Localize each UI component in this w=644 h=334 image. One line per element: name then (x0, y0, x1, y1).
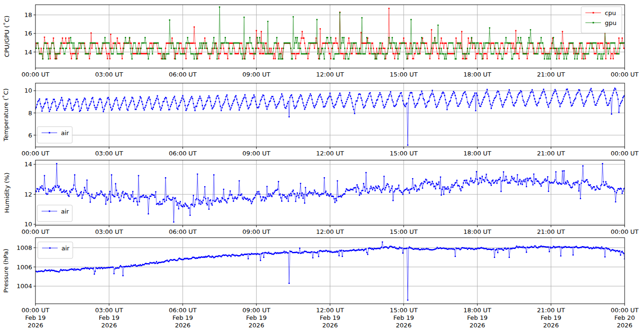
x-tick-label: 03:00 UT (95, 228, 123, 235)
legend-label: gpu (605, 19, 617, 26)
x-tick-label: 2026 (617, 322, 632, 329)
y-tick-label: 12 (24, 191, 32, 198)
x-tick-label: Feb 19 (467, 314, 488, 321)
y-tick-label: 18 (24, 11, 32, 18)
x-tick-label: 00:00 UT (610, 71, 638, 78)
legend-marker (49, 211, 50, 212)
x-tick-label: 00:00 UT (21, 228, 49, 235)
x-tick-label: 18:00 UT (464, 228, 491, 235)
x-tick-label: 18:00 UT (464, 71, 491, 78)
legend-label: air (61, 245, 70, 252)
legend-label: air (61, 129, 69, 137)
x-tick-label: Feb 19 (394, 314, 414, 321)
y-tick-label: 14 (24, 161, 32, 168)
x-tick-label: 09:00 UT (242, 150, 270, 157)
x-tick-label: 21:00 UT (537, 307, 565, 314)
x-tick-label: 2026 (322, 322, 338, 329)
legend-cpu-gpu: cpugpu (581, 7, 622, 33)
x-tick-label: 2026 (27, 322, 43, 329)
legend-marker (592, 12, 594, 14)
x-tick-label: 12:00 UT (316, 228, 344, 235)
legend-marker (49, 132, 50, 134)
x-tick-label: Feb 19 (99, 314, 120, 321)
x-tick-label: 00:00 UT (610, 150, 638, 157)
x-tick-label: 00:00 UT (21, 150, 49, 157)
x-tick-label: 18:00 UT (464, 150, 491, 157)
x-tick-label: 2026 (396, 322, 412, 329)
y-tick-label: 16 (24, 30, 32, 37)
x-tick-label: 21:00 UT (537, 228, 565, 235)
x-tick-label: 2026 (543, 322, 559, 329)
x-tick-label: 06:00 UT (169, 71, 197, 78)
x-tick-label: 06:00 UT (169, 307, 197, 314)
x-tick-label: Feb 19 (25, 314, 46, 321)
x-tick-label: 2026 (101, 322, 117, 329)
x-tick-label: 00:00 UT (610, 228, 638, 235)
x-tick-label: Feb 19 (541, 314, 561, 321)
ylabel-cpu-gpu: CPU/GPU (˚C) (3, 16, 10, 57)
x-tick-label: 00:00 UT (21, 307, 49, 314)
legend-marker (49, 248, 51, 249)
x-tick-label: Feb 19 (172, 314, 193, 321)
y-tick-label: 10 (24, 221, 32, 228)
y-tick-label: 8 (28, 110, 32, 117)
x-tick-label: Feb 19 (246, 314, 267, 321)
chart-figure: 00:00 UT03:00 UT06:00 UT09:00 UT12:00 UT… (0, 0, 644, 334)
x-tick-label: 15:00 UT (390, 307, 418, 314)
x-tick-label: 09:00 UT (242, 307, 270, 314)
x-tick-label: 15:00 UT (390, 150, 418, 157)
x-tick-label: 12:00 UT (316, 150, 344, 157)
panel-air-temperature: 00:00 UT03:00 UT06:00 UT09:00 UT12:00 UT… (21, 83, 638, 157)
x-tick-label: 03:00 UT (95, 71, 123, 78)
x-tick-label: 2026 (470, 322, 485, 329)
plots-layer: 00:00 UT03:00 UT06:00 UT09:00 UT12:00 UT… (17, 5, 639, 329)
x-tick-label: 03:00 UT (95, 307, 123, 314)
y-tick-label: 14 (24, 49, 32, 56)
figure-canvas: 00:00 UT03:00 UT06:00 UT09:00 UT12:00 UT… (0, 0, 644, 334)
panel-humidity: 00:00 UT03:00 UT06:00 UT09:00 UT12:00 UT… (21, 160, 638, 235)
x-tick-label: 21:00 UT (537, 150, 565, 157)
x-tick-label: 06:00 UT (169, 150, 197, 157)
ylabel-temperature: Temperature (˚C) (2, 88, 9, 142)
legend-label: cpu (605, 9, 616, 17)
legend-pressure: air (38, 242, 73, 258)
x-tick-label: Feb 20 (614, 314, 635, 321)
legend-marker (592, 22, 594, 24)
y-tick-label: 1006 (17, 264, 32, 271)
panel-cpu-gpu: 00:00 UT03:00 UT06:00 UT09:00 UT12:00 UT… (21, 5, 638, 78)
x-tick-label: Feb 19 (320, 314, 341, 321)
x-tick-label: 18:00 UT (464, 307, 491, 314)
x-tick-label: 15:00 UT (390, 71, 418, 78)
x-tick-label: 21:00 UT (537, 71, 565, 78)
x-tick-label: 12:00 UT (316, 307, 344, 314)
legend-label: air (61, 208, 69, 215)
y-tick-label: 1004 (17, 283, 32, 290)
x-tick-label: 09:00 UT (242, 71, 270, 78)
panel-pressure: 00:00 UTFeb 19202603:00 UTFeb 19202606:0… (17, 238, 639, 329)
x-tick-label: 00:00 UT (21, 71, 49, 78)
x-tick-label: 00:00 UT (610, 307, 638, 314)
x-tick-label: 09:00 UT (242, 228, 270, 235)
x-tick-label: 15:00 UT (390, 228, 418, 235)
y-tick-label: 6 (28, 132, 32, 139)
x-tick-label: 03:00 UT (95, 150, 123, 157)
legend-humidity: air (37, 205, 72, 222)
x-tick-label: 06:00 UT (169, 228, 197, 235)
ylabel-humidity: Humidity (%) (3, 172, 10, 213)
y-tick-label: 1008 (17, 244, 32, 251)
ylabel-pressure: Pressure (hPa) (2, 248, 9, 292)
y-tick-label: 10 (24, 87, 32, 94)
x-tick-label: 2026 (175, 322, 190, 329)
legend-air-temperature: air (37, 127, 72, 143)
x-tick-label: 12:00 UT (316, 71, 344, 78)
x-tick-label: 2026 (249, 322, 264, 329)
